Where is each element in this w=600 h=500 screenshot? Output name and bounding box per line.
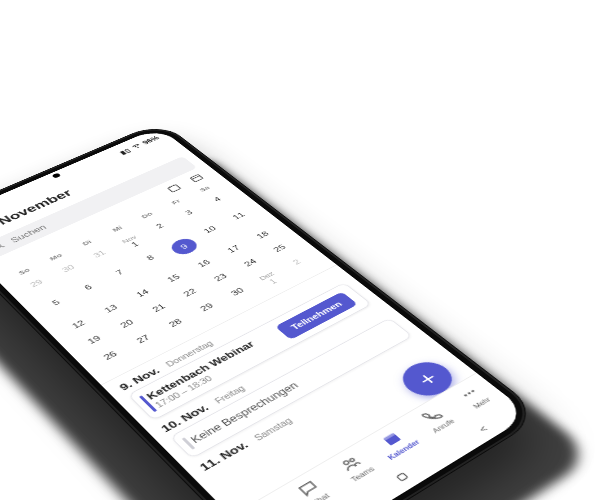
agenda-weekday: Donnerstag: [164, 340, 215, 369]
agenda-weekday: Samstag: [252, 416, 294, 442]
calendar-day[interactable]: 27: [121, 326, 170, 358]
home-button[interactable]: [391, 469, 415, 487]
agenda-date: 11. Nov.: [197, 439, 251, 473]
chat-icon: [294, 478, 324, 500]
wifi-icon: [129, 142, 143, 150]
agenda-weekday: Freitag: [213, 384, 247, 405]
empty-text: Keine Besprechungen: [188, 380, 301, 445]
more-icon: [456, 384, 485, 404]
svg-point-4: [349, 458, 355, 462]
event-time: 17:00 – 18:30: [154, 348, 265, 409]
svg-point-3: [343, 460, 350, 465]
svg-rect-6: [383, 433, 395, 441]
plus-icon: +: [411, 367, 445, 391]
signal-icon: ▮▯: [118, 147, 132, 155]
calls-icon: [417, 406, 446, 427]
event-title: Kettenbach Webinar: [144, 339, 257, 401]
nav-label: Mehr: [472, 396, 493, 410]
new-event-fab[interactable]: +: [393, 356, 462, 403]
nav-calendar[interactable]: Kalender: [365, 422, 426, 464]
svg-point-9: [471, 390, 475, 393]
svg-point-8: [467, 392, 471, 395]
nav-teams[interactable]: Teams: [324, 446, 386, 490]
svg-point-7: [464, 394, 468, 397]
nav-label: Anrufe: [431, 418, 457, 435]
search-icon: [0, 241, 9, 254]
calendar-day[interactable]: 20: [105, 311, 148, 337]
back-button[interactable]: <: [476, 424, 490, 434]
calendar-day[interactable]: 19: [72, 326, 116, 353]
calendar-day[interactable]: 12: [57, 311, 100, 337]
svg-rect-5: [383, 433, 401, 446]
calendar-day[interactable]: 28: [154, 310, 203, 341]
nav-label: Kalender: [386, 438, 422, 461]
svg-rect-10: [397, 473, 408, 481]
nav-label: Chat: [310, 492, 332, 500]
svg-rect-2: [190, 174, 203, 182]
nav-calls[interactable]: Anrufe: [406, 399, 466, 440]
calendar-day[interactable]: 26: [88, 342, 138, 375]
nav-label: Teams: [349, 465, 376, 483]
nav-chat[interactable]: Chat: [281, 470, 344, 500]
agenda-date: 9. Nov.: [117, 365, 163, 392]
nav-activity[interactable]: 4Aktivität: [237, 495, 302, 500]
calendar-icon: [377, 429, 406, 450]
agenda-day: 10. Nov. Freitag: [158, 308, 387, 434]
teams-icon: [336, 453, 366, 475]
agenda-day: 11. Nov. Samstag: [197, 340, 429, 473]
empty-day-card: Keine Besprechungen: [170, 318, 413, 459]
agenda-date: 10. Nov.: [158, 402, 211, 434]
nav-more[interactable]: Mehr: [445, 377, 504, 417]
